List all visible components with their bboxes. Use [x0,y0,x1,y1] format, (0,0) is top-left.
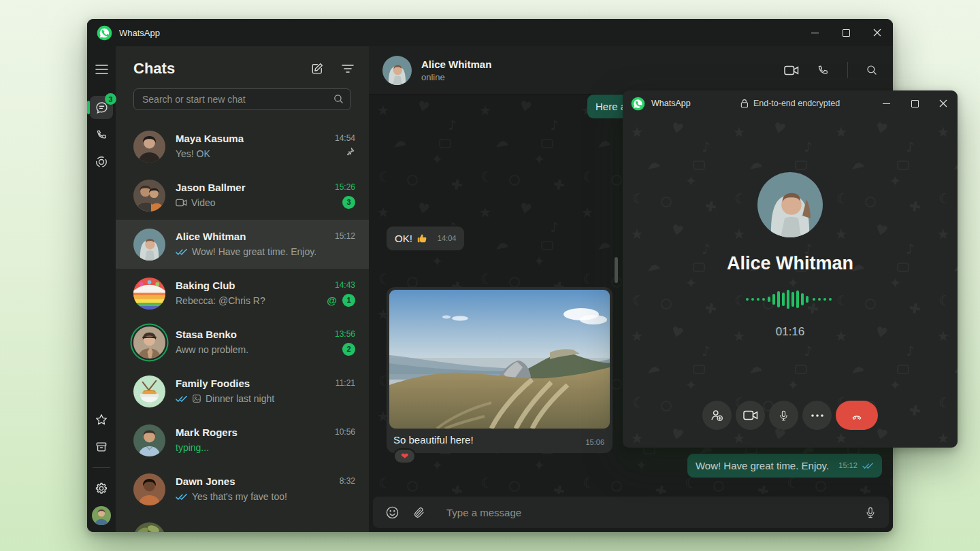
avatar [133,473,165,505]
starred-messages-button[interactable] [90,408,113,431]
chat-preview: Aww no problem. [176,344,248,356]
chat-name: Jason Ballmer [176,182,318,194]
message-time: 14:04 [438,232,457,245]
avatar [133,424,165,456]
chat-list-item-family-foodies[interactable]: Family Foodies Dinner last night 11:21 [116,367,369,416]
minimize-icon [883,103,890,104]
main-titlebar[interactable]: WhatsApp [87,19,893,46]
chat-time: 8:32 [340,476,355,486]
chat-preview: Video [191,197,216,209]
emoji-button[interactable] [385,505,399,520]
chat-time: 14:54 [335,133,355,143]
call-controls [702,401,878,430]
maximize-icon [911,100,919,107]
lock-icon [740,99,749,108]
message-composer[interactable] [373,497,889,528]
camera-toggle-button[interactable] [736,401,765,430]
conversation-header[interactable]: Alice Whitman online [369,46,893,95]
nav-status-button[interactable] [90,150,113,173]
archive-icon [95,440,108,454]
chat-list-item-baking-club[interactable]: Baking Club Rebecca: @Chris R? 14:43 @ 1 [116,269,369,318]
maximize-button[interactable] [900,90,929,116]
close-button[interactable] [862,19,893,46]
mute-toggle-button[interactable] [769,401,798,430]
filter-chats-button[interactable] [342,64,354,73]
search-in-chat-button[interactable] [866,64,878,76]
encryption-label: End-to-end endcrypted [753,99,840,108]
video-camera-icon [743,410,758,420]
message-input[interactable] [445,506,851,519]
chat-list: Maya Kasuma Yes! OK 14:54 [116,122,369,532]
mic-icon [864,505,877,520]
chat-list-item-dawn[interactable]: Dawn Jones Yes that's my fave too! 8:32 [116,465,369,514]
nav-calls-button[interactable] [90,123,113,146]
unread-badge: 2 [342,343,355,356]
whatsapp-logo-icon [97,25,112,41]
close-button[interactable] [929,90,958,116]
unread-badge: 1 [342,294,355,307]
avatar [133,522,165,533]
phone-icon [817,64,830,77]
filter-icon [342,64,354,73]
header-divider [847,62,848,78]
avatar [133,375,165,407]
mention-icon: @ [327,294,337,307]
outgoing-message-wow[interactable]: Wow! Have great time. Enjoy. 15:12 [687,454,882,478]
nav-chats-button[interactable]: 3 [90,96,113,119]
chat-list-item-alice[interactable]: Alice Whitman Wow! Have great time. Enjo… [116,220,369,269]
chat-list-item-stasa[interactable]: Stasa Benko Aww no problem. 13:56 2 [116,318,369,367]
minimize-button[interactable] [872,90,900,116]
heart-reaction[interactable]: ❤ [393,448,416,464]
read-receipt-icon [176,248,188,256]
paperclip-icon [413,505,426,520]
ellipsis-icon [811,414,823,417]
attach-button[interactable] [413,505,426,520]
search-input[interactable] [133,88,351,110]
chat-list-item-jason[interactable]: Jason Ballmer Video 15:26 3 [116,171,369,220]
video-call-button[interactable] [784,65,799,76]
chat-name: Alice Whitman [176,231,318,243]
chat-list-item-ziggy[interactable]: Ziggy Woodley 9:12 [116,514,369,532]
search-icon [333,93,344,107]
incoming-message-ok[interactable]: OK! 14:04 [387,227,464,250]
chat-list-item-maya[interactable]: Maya Kasuma Yes! OK 14:54 [116,122,369,171]
mic-icon [778,409,789,422]
minimize-button[interactable] [799,19,830,46]
hamburger-icon [95,65,108,74]
chat-list-item-mark[interactable]: Mark Rogers typing... 10:56 [116,416,369,465]
maximize-button[interactable] [830,19,862,46]
avatar [133,229,165,261]
smiley-icon [385,505,399,520]
message-time: 15:06 [585,438,604,446]
active-indicator [87,101,90,114]
voice-record-button[interactable] [864,505,877,520]
pinned-icon [344,146,355,160]
chat-time: 15:12 [335,231,355,241]
chats-panel: Chats [116,46,369,532]
search-icon [866,64,878,76]
voice-call-button[interactable] [817,64,830,77]
chat-name: Baking Club [176,280,316,292]
chat-preview: Rebecca: @Chris R? [176,295,265,307]
photo-attachment-icon [192,394,201,403]
chats-unread-badge: 3 [105,93,116,105]
photo-mountain-landscape[interactable] [389,290,610,429]
contact-avatar[interactable] [382,56,412,85]
chat-name: Family Foodies [176,378,318,390]
menu-button[interactable] [90,58,113,81]
read-receipt-icon [176,395,188,403]
end-call-button[interactable] [836,401,878,430]
whatsapp-call-window: WhatsApp End-to-end endcrypted ★♥ ♪☁ ✦☾✚ [623,90,958,448]
archived-chats-button[interactable] [90,435,113,458]
rail-divider [93,467,110,468]
contact-name: Alice Whitman [421,59,774,70]
call-titlebar[interactable]: WhatsApp End-to-end endcrypted [623,90,958,116]
more-options-button[interactable] [802,401,832,430]
close-icon [939,99,947,107]
my-profile-avatar[interactable] [92,506,111,525]
incoming-photo-message[interactable]: So beautiful here! 15:06 ❤ [387,287,612,453]
add-participant-button[interactable] [702,401,732,430]
settings-button[interactable] [90,477,113,500]
messages-scrollbar-thumb[interactable] [615,257,618,283]
new-chat-button[interactable] [310,62,324,76]
